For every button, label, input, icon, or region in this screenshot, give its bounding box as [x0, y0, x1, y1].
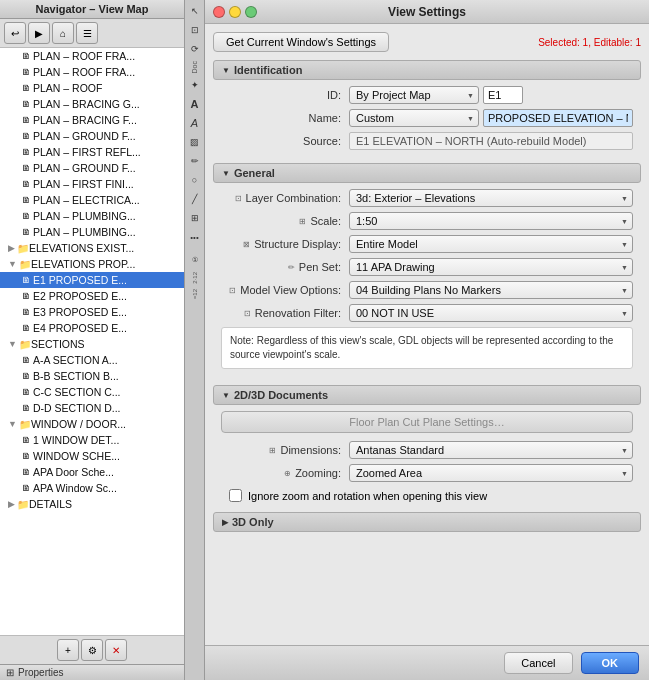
pen-dropdown-wrapper[interactable]: 11 APA Drawing	[349, 258, 633, 276]
id-dropdown[interactable]: By Project Map	[349, 86, 479, 104]
forward-button[interactable]: ▶	[28, 22, 50, 44]
model-view-dropdown[interactable]: 04 Building Plans No Markers	[349, 281, 633, 299]
name-dropdown[interactable]: Custom	[349, 109, 479, 127]
structure-controls: Entire Model	[349, 235, 633, 253]
tree-item[interactable]: ▼ 📁 ELEVATIONS PROP...	[0, 256, 184, 272]
cancel-button[interactable]: Cancel	[504, 652, 572, 674]
tree-item[interactable]: 🗎 E1 PROPOSED E...	[0, 272, 184, 288]
navigator-title: Navigator – View Map	[0, 0, 184, 19]
tool-circle[interactable]: ○	[186, 171, 204, 189]
documents-header[interactable]: ▼ 2D/3D Documents	[213, 385, 641, 405]
tree-item[interactable]: 🗎 E4 PROPOSED E...	[0, 320, 184, 336]
tree-item[interactable]: 🗎 PLAN – ROOF FRA...	[0, 48, 184, 64]
tree-item[interactable]: 🗎 APA Window Sc...	[0, 480, 184, 496]
tool-more[interactable]: •••	[186, 228, 204, 246]
ignore-zoom-checkbox[interactable]	[229, 489, 242, 502]
scale-dropdown[interactable]: 1:50	[349, 212, 633, 230]
tree-item[interactable]: 🗎 PLAN – FIRST REFL...	[0, 144, 184, 160]
tree-item[interactable]: 🗎 PLAN – ELECTRICA...	[0, 192, 184, 208]
floor-plan-button[interactable]: Floor Plan Cut Plane Settings…	[221, 411, 633, 433]
settings-content: Get Current Window's Settings Selected: …	[205, 24, 649, 645]
settings-title: View Settings	[388, 5, 466, 19]
tree-item[interactable]: 🗎 WINDOW SCHE...	[0, 448, 184, 464]
id-dropdown-wrapper[interactable]: By Project Map	[349, 86, 479, 104]
dimensions-dropdown-wrapper[interactable]: Antanas Standard	[349, 441, 633, 459]
model-view-dropdown-wrapper[interactable]: 04 Building Plans No Markers	[349, 281, 633, 299]
source-controls: E1 ELEVATION – NORTH (Auto-rebuild Model…	[349, 132, 633, 150]
scale-dropdown-wrapper[interactable]: 1:50	[349, 212, 633, 230]
scale-icon: ⊞	[299, 217, 306, 226]
tool-rotate[interactable]: ⟳	[186, 40, 204, 58]
structure-dropdown-wrapper[interactable]: Entire Model	[349, 235, 633, 253]
tree-item-label: D-D SECTION D...	[33, 402, 121, 414]
name-input[interactable]	[483, 109, 633, 127]
tree-item[interactable]: 🗎 C-C SECTION C...	[0, 384, 184, 400]
renovation-dropdown-wrapper[interactable]: 00 NOT IN USE	[349, 304, 633, 322]
tree-item[interactable]: 🗎 PLAN – BRACING G...	[0, 96, 184, 112]
dimensions-controls: Antanas Standard	[349, 441, 633, 459]
tool-pen[interactable]: ✏	[186, 152, 204, 170]
tool-hatch[interactable]: ▨	[186, 133, 204, 151]
tool-dims[interactable]: ⊞	[186, 209, 204, 227]
tool-number[interactable]: ①	[186, 251, 204, 269]
tree-item-label: PLAN – PLUMBING...	[33, 226, 136, 238]
renovation-controls: 00 NOT IN USE	[349, 304, 633, 322]
zooming-dropdown-wrapper[interactable]: Zoomed Area	[349, 464, 633, 482]
layer-dropdown[interactable]: 3d: Exterior – Elevations	[349, 189, 633, 207]
tool-arrow[interactable]: ↖	[186, 2, 204, 20]
tree-item[interactable]: 🗎 PLAN – ROOF	[0, 80, 184, 96]
tree-item[interactable]: 🗎 PLAN – PLUMBING...	[0, 224, 184, 240]
settings-button[interactable]: ⚙	[81, 639, 103, 661]
tool-italic[interactable]: A	[186, 114, 204, 132]
ok-button[interactable]: OK	[581, 652, 640, 674]
tree-item[interactable]: 🗎 PLAN – ROOF FRA...	[0, 64, 184, 80]
identification-label: Identification	[234, 64, 302, 76]
tree-item-label: ELEVATIONS EXIST...	[29, 242, 134, 254]
general-header[interactable]: ▼ General	[213, 163, 641, 183]
get-settings-button[interactable]: Get Current Window's Settings	[213, 32, 389, 52]
tree-item[interactable]: 🗎 E2 PROPOSED E...	[0, 288, 184, 304]
tree-item[interactable]: ▶ 📁 ELEVATIONS EXIST...	[0, 240, 184, 256]
tool-select[interactable]: ⊡	[186, 21, 204, 39]
tree-item[interactable]: 🗎 PLAN – BRACING F...	[0, 112, 184, 128]
name-dropdown-wrapper[interactable]: Custom	[349, 109, 479, 127]
tree-item[interactable]: ▼ 📁 SECTIONS	[0, 336, 184, 352]
tool-line[interactable]: ╱	[186, 190, 204, 208]
tree-item[interactable]: 🗎 E3 PROPOSED E...	[0, 304, 184, 320]
properties-icon: ⊞	[6, 667, 14, 678]
tree-item[interactable]: 🗎 B-B SECTION B...	[0, 368, 184, 384]
maximize-button[interactable]	[245, 6, 257, 18]
tree-item[interactable]: 🗎 APA Door Sche...	[0, 464, 184, 480]
zooming-dropdown[interactable]: Zoomed Area	[349, 464, 633, 482]
pen-dropdown[interactable]: 11 APA Drawing	[349, 258, 633, 276]
renovation-dropdown[interactable]: 00 NOT IN USE	[349, 304, 633, 322]
3d-only-header[interactable]: ▶ 3D Only	[213, 512, 641, 532]
identification-header[interactable]: ▼ Identification	[213, 60, 641, 80]
tool-text[interactable]: A	[186, 95, 204, 113]
tree-item[interactable]: ▼ 📁 WINDOW / DOOR...	[0, 416, 184, 432]
tool-magic[interactable]: ✦	[186, 76, 204, 94]
id-row: ID: By Project Map	[221, 86, 633, 104]
tree-item[interactable]: 🗎 PLAN – GROUND F...	[0, 128, 184, 144]
home-button[interactable]: ⌂	[52, 22, 74, 44]
list-view-button[interactable]: ☰	[76, 22, 98, 44]
add-item-button[interactable]: +	[57, 639, 79, 661]
layer-controls: 3d: Exterior – Elevations	[349, 189, 633, 207]
tree-item[interactable]: ▶ 📁 DETAILS	[0, 496, 184, 512]
tree-item[interactable]: 🗎 PLAN – PLUMBING...	[0, 208, 184, 224]
tree-item[interactable]: 🗎 PLAN – GROUND F...	[0, 160, 184, 176]
pen-row: ✏ Pen Set: 11 APA Drawing	[221, 258, 633, 276]
tree-item[interactable]: 🗎 A-A SECTION A...	[0, 352, 184, 368]
id-input[interactable]	[483, 86, 523, 104]
tree-item[interactable]: 🗎 PLAN – FIRST FINI...	[0, 176, 184, 192]
tree-item-label: WINDOW SCHE...	[33, 450, 120, 462]
structure-dropdown[interactable]: Entire Model	[349, 235, 633, 253]
close-button[interactable]	[213, 6, 225, 18]
dimensions-dropdown[interactable]: Antanas Standard	[349, 441, 633, 459]
delete-button[interactable]: ✕	[105, 639, 127, 661]
tree-item[interactable]: 🗎 1 WINDOW DET...	[0, 432, 184, 448]
tree-item[interactable]: 🗎 D-D SECTION D...	[0, 400, 184, 416]
back-button[interactable]: ↩	[4, 22, 26, 44]
layer-dropdown-wrapper[interactable]: 3d: Exterior – Elevations	[349, 189, 633, 207]
minimize-button[interactable]	[229, 6, 241, 18]
